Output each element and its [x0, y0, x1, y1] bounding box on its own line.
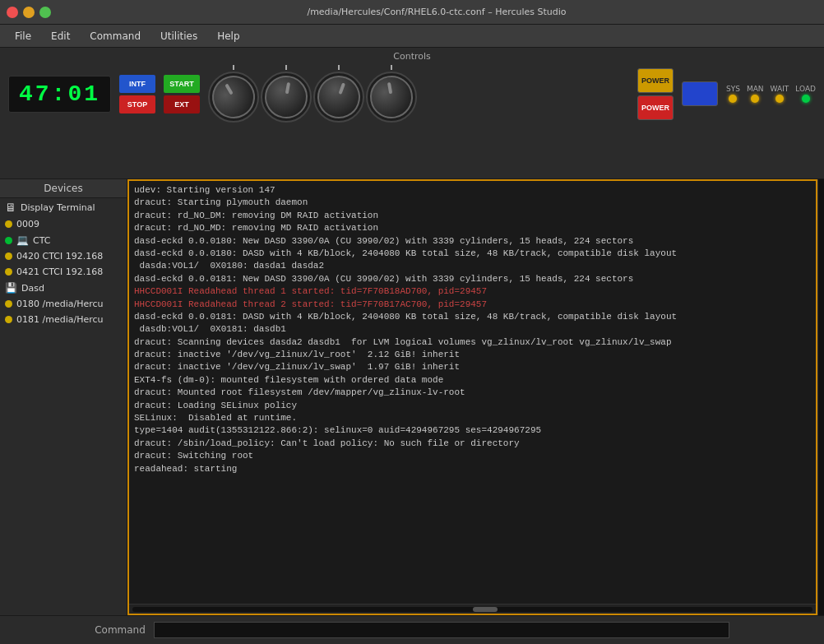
terminal-line: dasd-eckd 0.0.0181: New DASD 3390/0A (CU…	[134, 273, 811, 285]
stop-button[interactable]: STOP	[119, 95, 155, 114]
clock-display: 47:01	[8, 76, 111, 113]
terminal-line: dracut: rd_NO_MD: removing MD RAID activ…	[134, 222, 811, 234]
indicator-sys-light	[729, 95, 737, 103]
device-0181-dot	[5, 316, 12, 323]
close-button[interactable]	[7, 7, 18, 18]
terminal-scrollbar-horizontal[interactable]	[129, 604, 816, 614]
terminal-line: dracut: rd_NO_DM: removing DM RAID activ…	[134, 210, 811, 222]
terminal-line: dracut: inactive '/dev/vg_zlinux/lv_swap…	[134, 361, 811, 373]
terminal-line: dracut: /sbin/load_policy: Can't load po…	[134, 438, 811, 450]
device-0420[interactable]: 0420 CTCI 192.168	[0, 248, 127, 264]
terminal-line: EXT4-fs (dm-0): mounted filesystem with …	[134, 374, 811, 387]
device-0180-label: 0180 /media/Hercu	[16, 299, 104, 309]
control-buttons-left: INTF STOP	[119, 75, 155, 114]
command-input[interactable]	[154, 622, 729, 638]
terminal-area: udev: Starting version 147dracut: Starti…	[127, 179, 817, 615]
indicator-sys: SYS	[726, 85, 740, 103]
command-label: Command	[95, 624, 146, 636]
power-off-button[interactable]: POWER	[637, 68, 674, 93]
knob-1	[208, 65, 259, 123]
indicator-wait-label: WAIT	[771, 85, 789, 93]
power-red-button[interactable]: POWER	[637, 95, 674, 120]
device-0421-label: 0421 CTCI 192.168	[16, 266, 103, 277]
terminal-line: dracut: Starting plymouth daemon	[134, 197, 811, 209]
device-0420-dot	[5, 253, 12, 260]
maximize-button[interactable]	[39, 7, 51, 18]
terminal-line: dracut: Scanning devices dasda2 dasdb1 f…	[134, 336, 811, 349]
device-0420-label: 0420 CTCI 192.168	[16, 251, 103, 262]
window-title: /media/Hercules/Conf/RHEL6.0-ctc.conf – …	[56, 7, 817, 17]
control-buttons-right: START EXT	[164, 75, 200, 114]
knob-4	[366, 65, 417, 123]
terminal-line: udev: Starting version 147	[134, 184, 811, 197]
device-0180-dot	[5, 300, 12, 308]
power-buttons: POWER POWER	[637, 68, 674, 120]
device-display-terminal-label: Display Terminal	[21, 202, 95, 213]
terminal-line: dracut: Loading SELinux policy	[134, 400, 811, 412]
indicator-man-label: MAN	[747, 85, 764, 93]
device-0009[interactable]: 0009	[0, 216, 127, 232]
terminal-line: HHCCD001I Readahead thread 1 started: ti…	[134, 285, 811, 298]
menu-edit[interactable]: Edit	[43, 28, 78, 44]
device-ctc-label: CTC	[33, 235, 50, 246]
device-0421[interactable]: 0421 CTCI 192.168	[0, 264, 127, 280]
ext-button[interactable]: EXT	[164, 95, 200, 114]
scroll-thumb[interactable]	[473, 607, 498, 612]
knob-3	[313, 65, 364, 123]
terminal-line: type=1404 audit(1355312122.866:2): selin…	[134, 424, 811, 437]
terminal-line: dasd-eckd 0.0.0180: New DASD 3390/0A (CU…	[134, 235, 811, 248]
main-content: Devices 🖥 Display Terminal 0009 💻 CTC 04…	[0, 179, 824, 615]
terminal-line: dracut: Switching root	[134, 450, 811, 462]
indicator-load-light	[802, 95, 810, 103]
indicator-blue-button[interactable]	[682, 81, 718, 106]
start-button[interactable]: START	[164, 75, 200, 93]
indicator-man: MAN	[747, 85, 764, 103]
indicator-load: LOAD	[795, 85, 816, 103]
device-ctc[interactable]: 💻 CTC	[0, 232, 127, 248]
device-display-terminal[interactable]: 🖥 Display Terminal	[0, 198, 127, 216]
device-0181[interactable]: 0181 /media/Hercu	[0, 312, 127, 327]
terminal-line: dasd-eckd 0.0.0180: DASD with 4 KB/block…	[134, 248, 811, 260]
terminal-line: dasd-eckd 0.0.0181: DASD with 4 KB/block…	[134, 311, 811, 323]
menu-bar: File Edit Command Utilities Help	[0, 25, 824, 48]
device-0009-dot	[5, 220, 12, 228]
terminal-line: dasdb:VOL1/ 0X0181: dasdb1	[134, 323, 811, 336]
controls-panel: Controls 47:01 INTF STOP START EXT	[0, 48, 824, 179]
terminal-scrollbar-vertical[interactable]	[817, 179, 824, 615]
indicator-load-label: LOAD	[795, 85, 816, 93]
terminal-line: dracut: inactive '/dev/vg_zlinux/lv_root…	[134, 349, 811, 361]
display-terminal-icon: 🖥	[5, 201, 16, 214]
indicator-wait-light	[775, 95, 784, 103]
indicator-wait: WAIT	[771, 85, 789, 103]
device-dasd[interactable]: 💾 Dasd	[0, 280, 127, 296]
menu-command[interactable]: Command	[81, 28, 149, 44]
menu-file[interactable]: File	[7, 28, 39, 44]
terminal-line: readahead: starting	[134, 463, 811, 475]
title-bar: /media/Hercules/Conf/RHEL6.0-ctc.conf – …	[0, 0, 824, 25]
menu-help[interactable]: Help	[209, 28, 248, 44]
device-0009-label: 0009	[16, 219, 39, 229]
terminal-line: HHCCD001I Readahead thread 2 started: ti…	[134, 299, 811, 311]
device-dasd-label: Dasd	[21, 283, 44, 294]
indicator-sys-label: SYS	[726, 85, 740, 93]
scroll-track	[132, 607, 812, 612]
ctc-icon: 💻	[16, 234, 29, 246]
device-0180[interactable]: 0180 /media/Hercu	[0, 296, 127, 312]
terminal-line: SELinux: Disabled at runtime.	[134, 412, 811, 424]
intf-button[interactable]: INTF	[119, 75, 155, 93]
indicator-man-light	[751, 95, 759, 103]
knobs-area	[208, 65, 417, 123]
menu-utilities[interactable]: Utilities	[152, 28, 206, 44]
terminal-line: dracut: Mounted root filesystem /dev/map…	[134, 387, 811, 399]
dasd-icon: 💾	[5, 282, 17, 294]
device-ctc-dot	[5, 237, 12, 244]
terminal-output[interactable]: udev: Starting version 147dracut: Starti…	[129, 181, 816, 604]
knob-2	[261, 65, 312, 123]
command-bar: Command	[0, 615, 824, 644]
minimize-button[interactable]	[23, 7, 35, 18]
device-0421-dot	[5, 268, 12, 276]
sidebar: Devices 🖥 Display Terminal 0009 💻 CTC 04…	[0, 179, 127, 615]
device-0181-label: 0181 /media/Hercu	[16, 314, 104, 325]
controls-label: Controls	[393, 51, 431, 62]
terminal-line: dasda:VOL1/ 0X0180: dasda1 dasda2	[134, 260, 811, 272]
